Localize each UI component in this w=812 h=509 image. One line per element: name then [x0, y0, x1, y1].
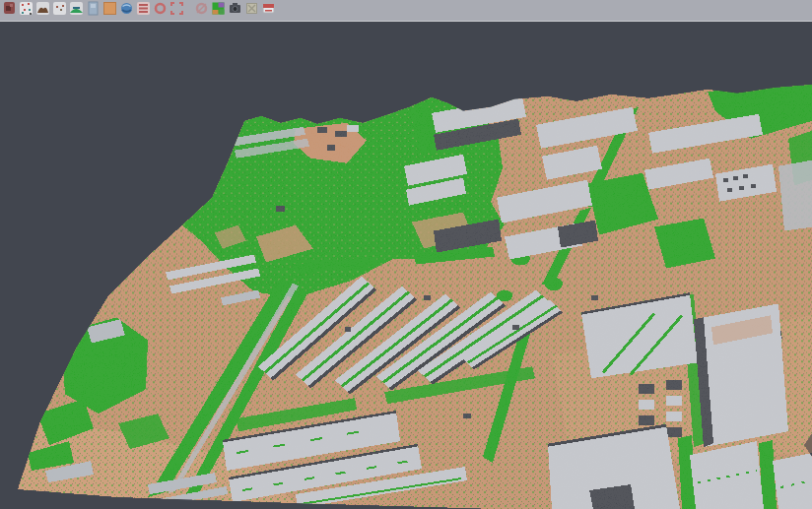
maroon-stamp-icon[interactable] [2, 1, 17, 16]
viewport-3d[interactable] [0, 23, 812, 509]
scatter-points-icon[interactable] [19, 1, 34, 16]
yellow-tag-disabled-icon[interactable] [244, 1, 259, 16]
sparse-points-icon[interactable] [52, 1, 67, 16]
blue-globe-icon[interactable] [119, 1, 134, 16]
red-ring-icon[interactable] [153, 1, 168, 16]
green-terrain-icon[interactable] [69, 1, 84, 16]
main-toolbar [0, 0, 812, 22]
red-ring-disabled-icon[interactable] [194, 1, 209, 16]
red-crop-brackets-icon[interactable] [169, 1, 184, 16]
blue-slab-icon[interactable] [86, 1, 101, 16]
red-card-icon[interactable] [261, 1, 276, 16]
orange-square-icon[interactable] [102, 1, 117, 16]
application-window [0, 0, 812, 509]
classification-palette-icon[interactable] [211, 1, 226, 16]
point-cloud-scene [0, 23, 812, 509]
red-lines-icon[interactable] [136, 1, 151, 16]
camera-dark-icon[interactable] [228, 1, 242, 16]
brown-mound-icon[interactable] [35, 1, 50, 16]
